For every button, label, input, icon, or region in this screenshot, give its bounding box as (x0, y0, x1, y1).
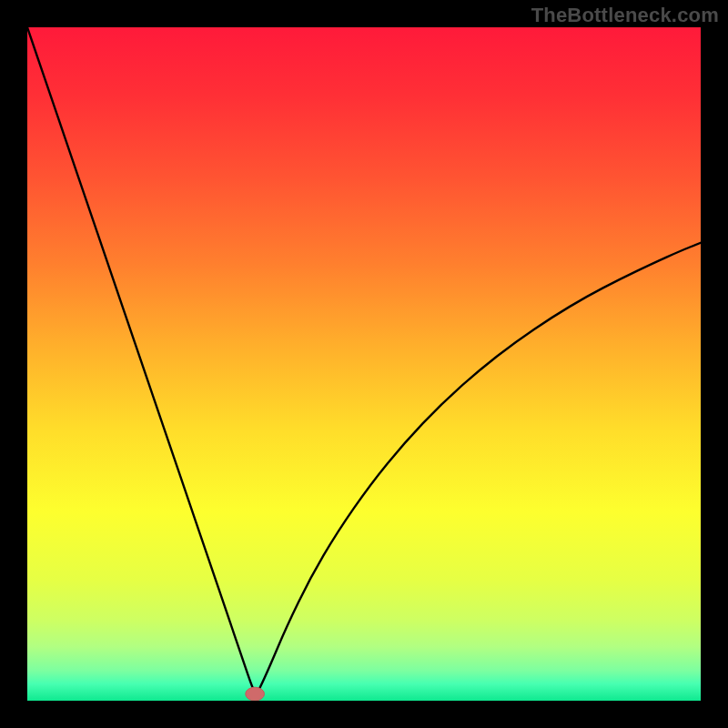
svg-point-1 (246, 687, 265, 701)
chart-frame (27, 27, 701, 701)
optimal-point-marker (27, 27, 701, 701)
watermark-text: TheBottleneck.com (531, 4, 719, 27)
